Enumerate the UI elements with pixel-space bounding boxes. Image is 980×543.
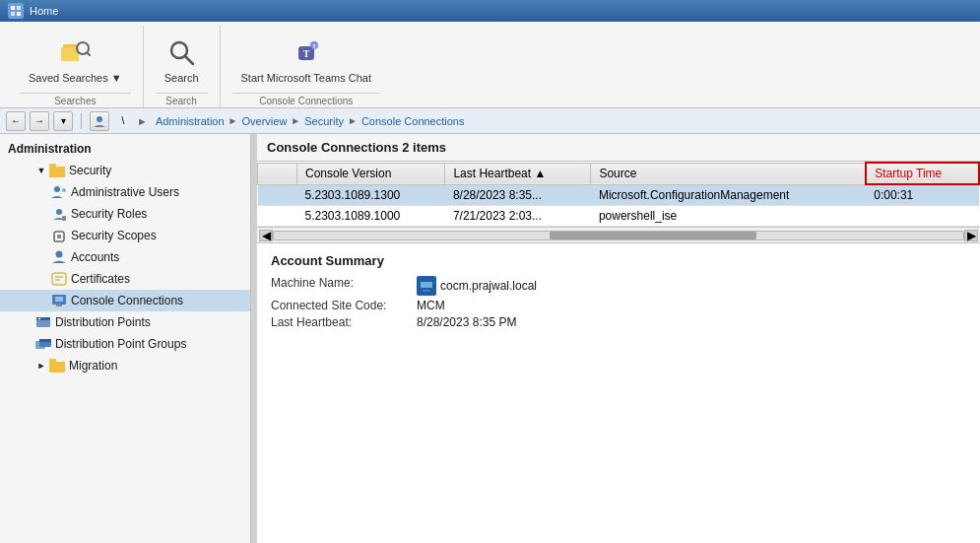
- back-button[interactable]: ←: [6, 111, 26, 131]
- cell-startup-time-2: [866, 206, 979, 227]
- table-row[interactable]: 5.2303.1089.1300 8/28/2023 8:35... Micro…: [258, 184, 980, 206]
- horizontal-scrollbar[interactable]: ◀ ▶: [257, 228, 980, 243]
- sidebar-item-security[interactable]: ▼ Security: [0, 160, 250, 181]
- sidebar-label-security-roles: Security Roles: [71, 207, 147, 221]
- distribution-point-groups-icon: [35, 336, 51, 352]
- teams-label: Start Microsoft Teams Chat: [241, 72, 371, 85]
- svg-point-32: [38, 318, 40, 320]
- scrollbar-track[interactable]: [273, 231, 964, 240]
- sidebar-item-migration[interactable]: ► Migration: [0, 355, 250, 376]
- scroll-right-btn[interactable]: ▶: [964, 230, 978, 241]
- nav-dropdown-button[interactable]: ▾: [53, 111, 73, 131]
- expand-arrow-security: ▼: [35, 165, 47, 176]
- sidebar-item-certificates[interactable]: Certificates: [0, 268, 250, 290]
- col-header-console-version[interactable]: Console Version: [297, 163, 445, 184]
- svg-text:T: T: [311, 42, 316, 50]
- col-header-last-heartbeat[interactable]: Last Heartbeat ▲: [445, 163, 591, 184]
- breadcrumb-overview[interactable]: Overview: [242, 115, 288, 127]
- distribution-points-icon: [35, 314, 51, 330]
- sidebar-item-admin-users[interactable]: Administrative Users: [0, 181, 250, 203]
- svg-point-19: [56, 209, 62, 215]
- table-header-row: Console Version Last Heartbeat ▲ Source …: [258, 163, 980, 184]
- sidebar-label-console-connections: Console Connections: [71, 294, 183, 307]
- col-header-code[interactable]: [258, 163, 297, 184]
- last-heartbeat-value: 8/28/2023 8:35 PM: [417, 315, 966, 329]
- title-bar-text: Home: [30, 5, 58, 17]
- cell-startup-time-1: 0:00:31: [866, 184, 979, 206]
- breadcrumb-security[interactable]: Security: [304, 115, 344, 127]
- svg-rect-20: [62, 216, 66, 221]
- svg-rect-37: [49, 359, 56, 363]
- sidebar-label-migration: Migration: [69, 359, 117, 373]
- saved-searches-button[interactable]: Saved Searches ▼: [20, 30, 131, 93]
- account-summary-panel: Account Summary Machine Name: cocm.prajw…: [257, 243, 980, 543]
- table-container[interactable]: Console Version Last Heartbeat ▲ Source …: [257, 162, 980, 228]
- saved-searches-icon: [59, 36, 91, 68]
- sidebar-section-administration: Administration: [0, 138, 250, 160]
- sidebar-item-security-roles[interactable]: Security Roles: [0, 203, 250, 225]
- last-heartbeat-label: Last Heartbeat:: [271, 315, 409, 329]
- site-code-label: Connected Site Code:: [271, 299, 409, 312]
- svg-rect-24: [52, 273, 66, 285]
- security-roles-icon: [51, 206, 67, 222]
- teams-button[interactable]: T T Start Microsoft Teams Chat: [232, 30, 380, 93]
- certificates-icon: [51, 271, 67, 287]
- svg-point-14: [97, 116, 102, 122]
- svg-point-23: [56, 251, 63, 258]
- sidebar-label-certificates: Certificates: [71, 272, 130, 286]
- sidebar-item-console-connections[interactable]: Console Connections: [0, 290, 250, 311]
- svg-rect-28: [55, 297, 63, 302]
- breadcrumb: Administration ► Overview ► Security ► C…: [156, 115, 465, 127]
- cell-code-1: [258, 184, 297, 206]
- ribbon-group-console: T T Start Microsoft Teams Chat Console C…: [221, 26, 392, 107]
- search-group-label: Search: [156, 93, 208, 106]
- sidebar-label-distribution-point-groups: Distribution Point Groups: [55, 337, 186, 351]
- forward-button[interactable]: →: [30, 111, 49, 131]
- scrollbar-thumb[interactable]: [550, 232, 756, 239]
- console-group-label: Console Connections: [232, 93, 380, 106]
- cell-last-heartbeat-1: 8/28/2023 8:35...: [445, 184, 591, 206]
- sidebar-label-distribution-points: Distribution Points: [55, 315, 151, 329]
- breadcrumb-console-connections[interactable]: Console Connections: [361, 115, 465, 127]
- account-summary-title: Account Summary: [271, 253, 966, 268]
- table-body: 5.2303.1089.1300 8/28/2023 8:35... Micro…: [258, 184, 980, 227]
- col-header-startup-time[interactable]: Startup Time: [866, 163, 979, 184]
- cell-source-1: Microsoft.ConfigurationManagement: [591, 184, 866, 206]
- svg-point-18: [62, 188, 66, 192]
- breadcrumb-sep-3: ►: [348, 115, 358, 126]
- sort-arrow: ▲: [534, 167, 546, 180]
- content-header: Console Connections 2 items: [257, 134, 980, 162]
- main-layout: Administration ▼ Security Administrative…: [0, 134, 980, 543]
- svg-rect-40: [423, 290, 430, 292]
- cell-code-2: [258, 206, 297, 227]
- svg-rect-3: [17, 12, 21, 16]
- sidebar-label-security: Security: [69, 164, 111, 177]
- search-button[interactable]: Search: [156, 30, 208, 93]
- sidebar-item-distribution-point-groups[interactable]: Distribution Point Groups: [0, 333, 250, 355]
- ribbon-group-search: Search Search: [144, 26, 221, 107]
- search-label: Search: [164, 72, 199, 85]
- machine-icon: [417, 276, 436, 296]
- nav-icon: [90, 111, 109, 131]
- security-scopes-icon: [51, 228, 67, 243]
- sidebar-item-accounts[interactable]: Accounts: [0, 246, 250, 268]
- admin-users-icon: [51, 184, 67, 200]
- cell-last-heartbeat-2: 7/21/2023 2:03...: [445, 206, 591, 227]
- saved-searches-label: Saved Searches ▼: [29, 72, 122, 85]
- ribbon: Saved Searches ▼ Searches Search Search: [0, 22, 980, 108]
- title-bar: Home: [0, 0, 980, 22]
- sidebar-item-distribution-points[interactable]: Distribution Points: [0, 311, 250, 333]
- cell-console-version-1: 5.2303.1089.1300: [297, 184, 445, 206]
- folder-icon-security: [49, 163, 65, 178]
- sidebar-item-security-scopes[interactable]: Security Scopes: [0, 225, 250, 246]
- ribbon-group-searches: Saved Searches ▼ Searches: [8, 26, 144, 107]
- scroll-left-btn[interactable]: ◀: [259, 230, 273, 241]
- app-icon: [8, 3, 24, 19]
- cell-source-2: powershell_ise: [591, 206, 866, 227]
- cell-console-version-2: 5.2303.1089.1000: [297, 206, 445, 227]
- breadcrumb-administration[interactable]: Administration: [156, 115, 225, 127]
- col-header-source[interactable]: Source: [591, 163, 866, 184]
- table-row[interactable]: 5.2303.1089.1000 7/21/2023 2:03... power…: [258, 206, 980, 227]
- accounts-icon: [51, 249, 67, 265]
- ribbon-buttons-console: T T Start Microsoft Teams Chat: [232, 30, 380, 93]
